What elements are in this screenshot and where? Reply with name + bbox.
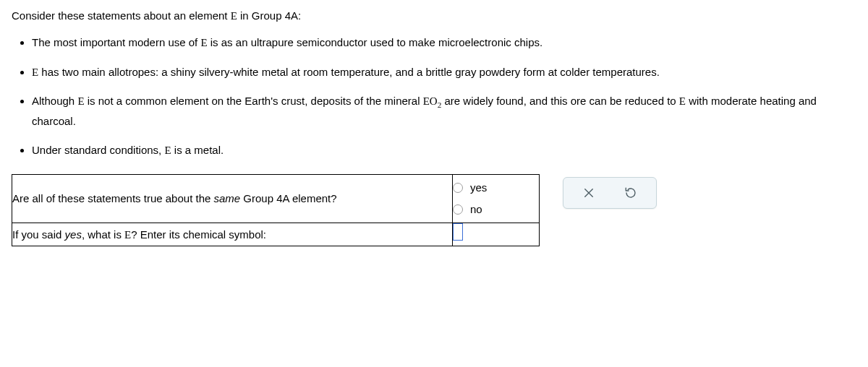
eo2-base: EO [423, 95, 438, 107]
q2-a: If you said [12, 228, 65, 241]
symbol-input-cell [453, 223, 540, 246]
question-1-cell: Are all of these statements true about t… [12, 175, 453, 223]
chemical-symbol-input[interactable] [453, 223, 463, 241]
s1-a: The most important modern use of [32, 36, 200, 48]
q2-yes: yes [65, 228, 82, 241]
statement-4: Under standard conditions, E is a metal. [32, 141, 856, 160]
question-2-cell: If you said yes, what is E? Enter its ch… [12, 223, 453, 246]
reset-icon [624, 186, 637, 199]
radio-icon [453, 204, 463, 215]
options-cell: yes no [453, 175, 540, 223]
symbol-EO2: EO2 [423, 95, 442, 107]
option-no-label: no [470, 201, 482, 218]
symbol-E: E [679, 95, 686, 107]
s3-c: are widely found, and this ore can be re… [441, 95, 679, 107]
action-toolbar [563, 177, 657, 209]
radio-icon [453, 183, 463, 193]
s3-b: is not a common element on the Earth's c… [85, 95, 423, 107]
symbol-E: E [164, 144, 171, 156]
q2-c: ? Enter its chemical symbol: [131, 228, 266, 241]
q1-same: same [214, 192, 241, 204]
statement-2: E has two main allotropes: a shiny silve… [32, 63, 856, 82]
symbol-E: E [124, 229, 131, 241]
symbol-E: E [32, 66, 38, 78]
intro-text: Consider these statements about an eleme… [12, 7, 856, 25]
statement-1: The most important modern use of E is as… [32, 33, 856, 53]
q1-a: Are all of these statements true about t… [12, 192, 214, 204]
close-button[interactable] [582, 186, 595, 199]
symbol-E: E [231, 10, 237, 22]
intro-suffix: in Group 4A: [237, 9, 301, 22]
option-no[interactable]: no [453, 201, 539, 218]
statements-list: The most important modern use of E is as… [12, 33, 856, 160]
statement-3: Although E is not a common element on th… [32, 92, 856, 131]
s2-b: has two main allotropes: a shiny silvery… [38, 66, 660, 78]
s1-b: is as an ultrapure semiconductor used to… [208, 36, 543, 48]
answer-table: Are all of these statements true about t… [12, 174, 540, 246]
intro-prefix: Consider these statements about an eleme… [12, 9, 231, 22]
s4-a: Under standard conditions, [32, 144, 164, 156]
s4-b: is a metal. [171, 144, 224, 156]
option-yes[interactable]: yes [453, 179, 539, 197]
symbol-E: E [200, 37, 207, 48]
s3-a: Although [32, 95, 77, 107]
q2-b: , what is [82, 228, 124, 241]
symbol-E: E [77, 95, 84, 107]
close-icon [582, 186, 595, 199]
q1-b: Group 4A element? [240, 192, 336, 204]
reset-button[interactable] [624, 186, 637, 199]
option-yes-label: yes [470, 179, 487, 197]
answer-area: Are all of these statements true about t… [12, 174, 856, 246]
